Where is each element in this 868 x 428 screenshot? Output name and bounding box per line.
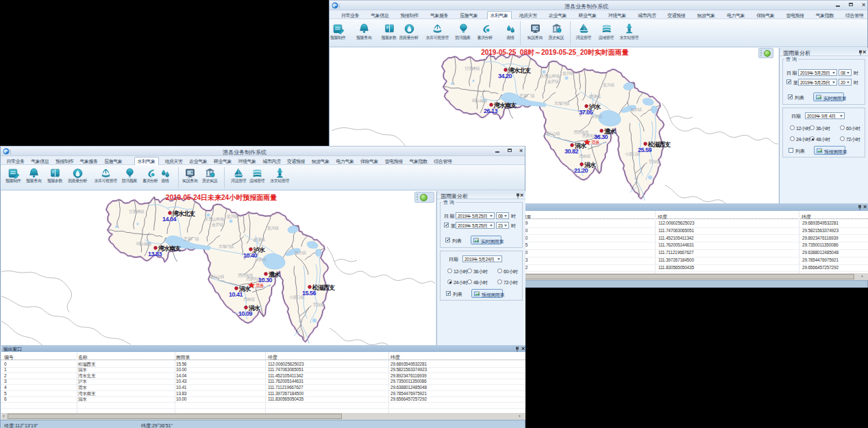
svg-text:复兴镇: 复兴镇 [603,82,615,88]
svg-text:14.04: 14.04 [162,216,177,223]
svg-text:甘溪滩镇: 甘溪滩镇 [464,66,480,71]
svg-text:21.20: 21.20 [574,167,588,174]
svg-text:官垸镇: 官垸镇 [649,159,660,164]
svg-text:城头山镇: 城头山镇 [545,131,560,136]
svg-text:码头铺镇: 码头铺镇 [472,98,488,103]
svg-text:大堰垱镇: 大堰垱镇 [554,101,570,105]
svg-text:34.20: 34.20 [498,73,512,79]
svg-text:25.59: 25.59 [638,147,652,153]
svg-text:15.56: 15.56 [302,290,317,297]
svg-text:10.41: 10.41 [229,291,243,298]
svg-text:26.13: 26.13 [484,108,498,114]
svg-text:王家厂镇: 王家厂镇 [519,93,535,98]
svg-text:10.09: 10.09 [238,310,253,317]
svg-text:10.40: 10.40 [243,252,258,259]
svg-text:澧县: 澧县 [591,140,600,144]
svg-text:30.82: 30.82 [565,148,579,155]
svg-text:37.05: 37.05 [579,109,593,116]
svg-text:梦溪镇: 梦溪镇 [588,94,601,99]
svg-text:如东镇: 如东镇 [630,107,642,112]
svg-text:36.30: 36.30 [594,134,608,140]
svg-text:金罗镇: 金罗镇 [547,79,559,84]
svg-text:太青山林场: 太青山林场 [541,74,560,79]
svg-text:澧南镇: 澧南镇 [579,154,591,158]
svg-text:13.83: 13.83 [148,251,162,257]
svg-text:10.30: 10.30 [258,277,273,284]
svg-text:盐井镇: 盐井镇 [562,71,574,75]
